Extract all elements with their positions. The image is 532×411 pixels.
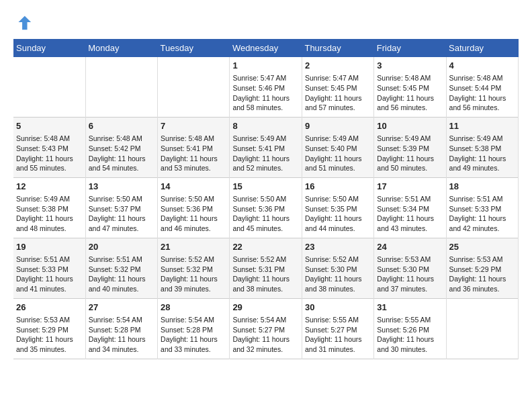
calendar-cell [446, 298, 518, 359]
calendar-header: SundayMondayTuesdayWednesdayThursdayFrid… [13, 39, 519, 57]
calendar-cell: 23Sunrise: 5:52 AMSunset: 5:30 PMDayligh… [302, 238, 373, 298]
day-number: 21 [161, 241, 226, 253]
calendar-cell: 16Sunrise: 5:50 AMSunset: 5:35 PMDayligh… [302, 177, 373, 238]
calendar-cell: 10Sunrise: 5:49 AMSunset: 5:39 PMDayligh… [374, 117, 446, 177]
calendar-cell: 29Sunrise: 5:54 AMSunset: 5:27 PMDayligh… [230, 298, 302, 359]
calendar-cell: 31Sunrise: 5:55 AMSunset: 5:26 PMDayligh… [374, 298, 446, 359]
calendar-week-row: 1Sunrise: 5:47 AMSunset: 5:46 PMDaylight… [13, 57, 519, 117]
calendar-cell: 6Sunrise: 5:48 AMSunset: 5:42 PMDaylight… [85, 117, 157, 177]
calendar-cell: 4Sunrise: 5:48 AMSunset: 5:44 PMDaylight… [446, 57, 518, 117]
calendar-cell: 20Sunrise: 5:51 AMSunset: 5:32 PMDayligh… [85, 238, 157, 298]
calendar-table: SundayMondayTuesdayWednesdayThursdayFrid… [13, 39, 519, 359]
weekday-header: Tuesday [158, 39, 230, 57]
calendar-cell: 18Sunrise: 5:51 AMSunset: 5:33 PMDayligh… [446, 177, 518, 238]
weekday-header: Sunday [13, 39, 85, 57]
cell-content: Sunrise: 5:51 AMSunset: 5:33 PMDaylight:… [16, 255, 83, 294]
day-number: 13 [89, 181, 154, 193]
day-number: 23 [305, 241, 371, 253]
weekday-header: Saturday [446, 39, 518, 57]
day-number: 6 [89, 120, 154, 132]
day-number: 11 [449, 120, 515, 132]
cell-content: Sunrise: 5:51 AMSunset: 5:34 PMDaylight:… [377, 194, 443, 234]
calendar-week-row: 26Sunrise: 5:53 AMSunset: 5:29 PMDayligh… [13, 298, 519, 359]
cell-content: Sunrise: 5:48 AMSunset: 5:42 PMDaylight:… [89, 134, 154, 173]
day-number: 27 [89, 302, 154, 314]
calendar-cell: 8Sunrise: 5:49 AMSunset: 5:41 PMDaylight… [230, 117, 302, 177]
day-number: 18 [449, 181, 515, 193]
day-number: 29 [232, 302, 299, 314]
day-number: 3 [377, 60, 443, 72]
day-number: 22 [232, 241, 299, 253]
cell-content: Sunrise: 5:52 AMSunset: 5:30 PMDaylight:… [305, 255, 371, 294]
calendar-cell: 26Sunrise: 5:53 AMSunset: 5:29 PMDayligh… [13, 298, 85, 359]
calendar-cell: 13Sunrise: 5:50 AMSunset: 5:37 PMDayligh… [85, 177, 157, 238]
cell-content: Sunrise: 5:53 AMSunset: 5:29 PMDaylight:… [449, 255, 515, 294]
calendar-cell: 27Sunrise: 5:54 AMSunset: 5:28 PMDayligh… [85, 298, 157, 359]
day-number: 14 [161, 181, 226, 193]
cell-content: Sunrise: 5:53 AMSunset: 5:30 PMDaylight:… [377, 255, 443, 294]
cell-content: Sunrise: 5:54 AMSunset: 5:28 PMDaylight:… [89, 315, 154, 355]
day-number: 26 [16, 302, 83, 314]
calendar-week-row: 19Sunrise: 5:51 AMSunset: 5:33 PMDayligh… [13, 238, 519, 298]
cell-content: Sunrise: 5:48 AMSunset: 5:41 PMDaylight:… [161, 134, 226, 173]
calendar-cell: 30Sunrise: 5:55 AMSunset: 5:27 PMDayligh… [302, 298, 373, 359]
day-number: 12 [16, 181, 83, 193]
day-number: 28 [161, 302, 226, 314]
calendar-week-row: 5Sunrise: 5:48 AMSunset: 5:43 PMDaylight… [13, 117, 519, 177]
day-number: 5 [16, 120, 83, 132]
calendar-cell [158, 57, 230, 117]
calendar-body: 1Sunrise: 5:47 AMSunset: 5:46 PMDaylight… [13, 57, 519, 359]
day-number: 7 [161, 120, 226, 132]
cell-content: Sunrise: 5:49 AMSunset: 5:38 PMDaylight:… [449, 134, 515, 173]
calendar-cell: 14Sunrise: 5:50 AMSunset: 5:36 PMDayligh… [158, 177, 230, 238]
cell-content: Sunrise: 5:55 AMSunset: 5:27 PMDaylight:… [305, 315, 371, 355]
cell-content: Sunrise: 5:49 AMSunset: 5:39 PMDaylight:… [377, 134, 443, 173]
weekday-header: Monday [85, 39, 157, 57]
calendar-cell: 11Sunrise: 5:49 AMSunset: 5:38 PMDayligh… [446, 117, 518, 177]
calendar-cell: 17Sunrise: 5:51 AMSunset: 5:34 PMDayligh… [374, 177, 446, 238]
cell-content: Sunrise: 5:49 AMSunset: 5:40 PMDaylight:… [305, 134, 371, 173]
cell-content: Sunrise: 5:50 AMSunset: 5:37 PMDaylight:… [89, 194, 154, 234]
cell-content: Sunrise: 5:47 AMSunset: 5:45 PMDaylight:… [305, 73, 371, 113]
cell-content: Sunrise: 5:49 AMSunset: 5:41 PMDaylight:… [232, 134, 299, 173]
day-number: 10 [377, 120, 443, 132]
calendar-cell: 22Sunrise: 5:52 AMSunset: 5:31 PMDayligh… [230, 238, 302, 298]
cell-content: Sunrise: 5:52 AMSunset: 5:32 PMDaylight:… [161, 255, 226, 294]
calendar-cell: 7Sunrise: 5:48 AMSunset: 5:41 PMDaylight… [158, 117, 230, 177]
calendar-cell: 5Sunrise: 5:48 AMSunset: 5:43 PMDaylight… [13, 117, 85, 177]
calendar-cell: 21Sunrise: 5:52 AMSunset: 5:32 PMDayligh… [158, 238, 230, 298]
calendar-cell: 28Sunrise: 5:54 AMSunset: 5:28 PMDayligh… [158, 298, 230, 359]
calendar-cell [85, 57, 157, 117]
cell-content: Sunrise: 5:54 AMSunset: 5:27 PMDaylight:… [232, 315, 299, 355]
cell-content: Sunrise: 5:50 AMSunset: 5:36 PMDaylight:… [161, 194, 226, 234]
cell-content: Sunrise: 5:48 AMSunset: 5:44 PMDaylight:… [449, 73, 515, 113]
cell-content: Sunrise: 5:51 AMSunset: 5:32 PMDaylight:… [89, 255, 154, 294]
day-number: 2 [305, 60, 371, 72]
calendar-cell: 2Sunrise: 5:47 AMSunset: 5:45 PMDaylight… [302, 57, 373, 117]
calendar-cell: 3Sunrise: 5:48 AMSunset: 5:45 PMDaylight… [374, 57, 446, 117]
day-number: 17 [377, 181, 443, 193]
calendar-cell: 1Sunrise: 5:47 AMSunset: 5:46 PMDaylight… [230, 57, 302, 117]
day-number: 25 [449, 241, 515, 253]
page-header [13, 13, 519, 32]
logo-icon [13, 13, 32, 32]
cell-content: Sunrise: 5:52 AMSunset: 5:31 PMDaylight:… [232, 255, 299, 294]
day-number: 16 [305, 181, 371, 193]
cell-content: Sunrise: 5:54 AMSunset: 5:28 PMDaylight:… [161, 315, 226, 355]
calendar-cell: 9Sunrise: 5:49 AMSunset: 5:40 PMDaylight… [302, 117, 373, 177]
day-number: 31 [377, 302, 443, 314]
cell-content: Sunrise: 5:53 AMSunset: 5:29 PMDaylight:… [16, 315, 83, 355]
cell-content: Sunrise: 5:51 AMSunset: 5:33 PMDaylight:… [449, 194, 515, 234]
day-number: 15 [232, 181, 299, 193]
cell-content: Sunrise: 5:47 AMSunset: 5:46 PMDaylight:… [232, 73, 299, 113]
calendar-cell: 24Sunrise: 5:53 AMSunset: 5:30 PMDayligh… [374, 238, 446, 298]
svg-marker-0 [18, 16, 31, 30]
day-number: 1 [232, 60, 299, 72]
day-number: 20 [89, 241, 154, 253]
cell-content: Sunrise: 5:50 AMSunset: 5:36 PMDaylight:… [232, 194, 299, 234]
weekday-header: Wednesday [230, 39, 302, 57]
cell-content: Sunrise: 5:50 AMSunset: 5:35 PMDaylight:… [305, 194, 371, 234]
calendar-week-row: 12Sunrise: 5:49 AMSunset: 5:38 PMDayligh… [13, 177, 519, 238]
weekday-header: Friday [374, 39, 446, 57]
day-number: 9 [305, 120, 371, 132]
